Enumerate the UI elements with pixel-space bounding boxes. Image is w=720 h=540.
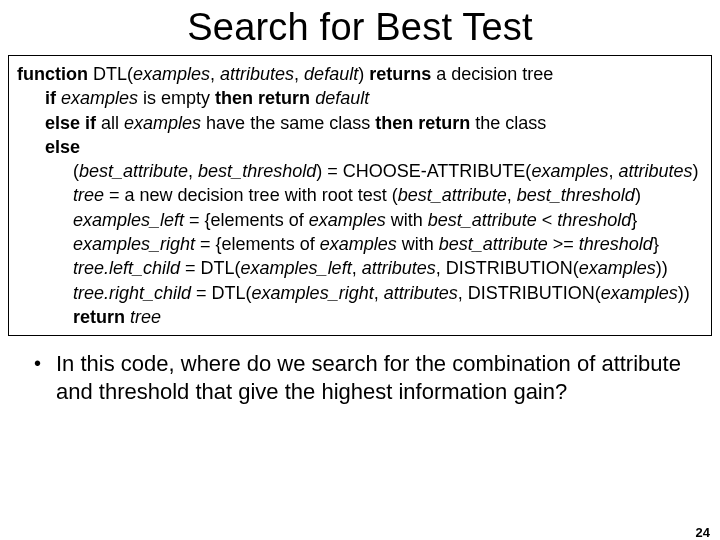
slide-title: Search for Best Test bbox=[0, 6, 720, 49]
slide: Search for Best Test function DTL(exampl… bbox=[0, 6, 720, 540]
code-line: tree = a new decision tree with root tes… bbox=[17, 183, 703, 207]
code-line: function DTL(examples, attributes, defau… bbox=[17, 62, 703, 86]
page-number: 24 bbox=[696, 525, 710, 540]
bullet-text: In this code, where do we search for the… bbox=[56, 350, 686, 405]
code-line: else if all examples have the same class… bbox=[17, 111, 703, 135]
code-line: examples_left = {elements of examples wi… bbox=[17, 208, 703, 232]
pseudocode-box: function DTL(examples, attributes, defau… bbox=[8, 55, 712, 336]
code-line: if examples is empty then return default bbox=[17, 86, 703, 110]
code-line: tree.left_child = DTL(examples_left, att… bbox=[17, 256, 703, 280]
code-line: else bbox=[17, 135, 703, 159]
bullet-dot-icon: • bbox=[34, 350, 56, 405]
bullet-item: • In this code, where do we search for t… bbox=[34, 350, 686, 405]
bullet-list: • In this code, where do we search for t… bbox=[34, 350, 686, 405]
code-line: examples_right = {elements of examples w… bbox=[17, 232, 703, 256]
code-line: (best_attribute, best_threshold) = CHOOS… bbox=[17, 159, 703, 183]
code-line: return tree bbox=[17, 305, 703, 329]
code-line: tree.right_child = DTL(examples_right, a… bbox=[17, 281, 703, 305]
